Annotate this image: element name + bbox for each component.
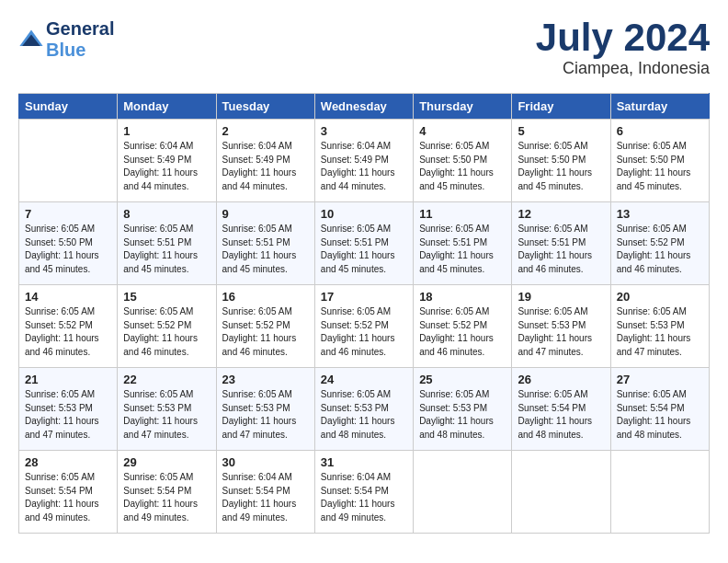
day-info: Sunrise: 6:05 AM Sunset: 5:51 PM Dayligh… (419, 223, 506, 276)
day-info: Sunrise: 6:04 AM Sunset: 5:54 PM Dayligh… (321, 471, 407, 524)
day-info: Sunrise: 6:05 AM Sunset: 5:53 PM Dayligh… (617, 305, 703, 359)
day-number: 21 (25, 373, 111, 386)
day-info: Sunrise: 6:05 AM Sunset: 5:53 PM Dayligh… (321, 388, 407, 442)
day-number: 12 (518, 207, 604, 221)
calendar-cell (414, 451, 512, 534)
day-number: 13 (617, 207, 703, 221)
calendar-week-row: 14Sunrise: 6:05 AM Sunset: 5:52 PM Dayli… (19, 285, 710, 368)
day-info: Sunrise: 6:04 AM Sunset: 5:54 PM Dayligh… (222, 471, 309, 524)
day-number: 11 (419, 207, 506, 221)
calendar-week-row: 7Sunrise: 6:05 AM Sunset: 5:50 PM Daylig… (19, 202, 710, 285)
day-info: Sunrise: 6:05 AM Sunset: 5:50 PM Dayligh… (419, 140, 506, 193)
day-number: 25 (419, 373, 506, 386)
day-info: Sunrise: 6:05 AM Sunset: 5:50 PM Dayligh… (518, 140, 604, 193)
calendar-cell: 6Sunrise: 6:05 AM Sunset: 5:50 PM Daylig… (610, 120, 709, 202)
calendar-cell: 7Sunrise: 6:05 AM Sunset: 5:50 PM Daylig… (19, 202, 118, 285)
day-number: 18 (419, 290, 506, 304)
day-number: 24 (321, 373, 407, 386)
calendar-week-row: 21Sunrise: 6:05 AM Sunset: 5:53 PM Dayli… (19, 368, 710, 451)
day-number: 19 (518, 290, 604, 304)
col-monday: Monday (118, 94, 216, 120)
day-info: Sunrise: 6:05 AM Sunset: 5:53 PM Dayligh… (518, 305, 604, 359)
calendar-cell: 11Sunrise: 6:05 AM Sunset: 5:51 PM Dayli… (414, 202, 512, 285)
calendar-cell: 10Sunrise: 6:05 AM Sunset: 5:51 PM Dayli… (314, 202, 413, 285)
calendar-cell: 21Sunrise: 6:05 AM Sunset: 5:53 PM Dayli… (19, 368, 118, 451)
day-number: 4 (419, 124, 506, 138)
calendar-cell: 12Sunrise: 6:05 AM Sunset: 5:51 PM Dayli… (512, 202, 610, 285)
day-info: Sunrise: 6:05 AM Sunset: 5:54 PM Dayligh… (617, 388, 703, 442)
day-info: Sunrise: 6:05 AM Sunset: 5:52 PM Dayligh… (419, 305, 506, 359)
calendar-cell: 3Sunrise: 6:04 AM Sunset: 5:49 PM Daylig… (314, 120, 413, 202)
day-number: 15 (123, 290, 210, 304)
day-info: Sunrise: 6:05 AM Sunset: 5:53 PM Dayligh… (222, 388, 309, 442)
day-info: Sunrise: 6:04 AM Sunset: 5:49 PM Dayligh… (222, 140, 309, 193)
calendar-cell: 16Sunrise: 6:05 AM Sunset: 5:52 PM Dayli… (216, 285, 314, 368)
col-friday: Friday (512, 94, 610, 120)
day-info: Sunrise: 6:05 AM Sunset: 5:52 PM Dayligh… (123, 305, 210, 359)
logo-icon (18, 27, 44, 52)
calendar-cell: 5Sunrise: 6:05 AM Sunset: 5:50 PM Daylig… (512, 120, 610, 202)
day-info: Sunrise: 6:04 AM Sunset: 5:49 PM Dayligh… (321, 140, 407, 193)
day-info: Sunrise: 6:05 AM Sunset: 5:51 PM Dayligh… (321, 223, 407, 276)
day-info: Sunrise: 6:05 AM Sunset: 5:52 PM Dayligh… (617, 223, 703, 276)
logo-text-blue: Blue (46, 40, 114, 61)
title-block: July 2024 Ciampea, Indonesia (536, 18, 710, 78)
day-number: 10 (321, 207, 407, 221)
calendar-cell: 24Sunrise: 6:05 AM Sunset: 5:53 PM Dayli… (314, 368, 413, 451)
calendar-cell (19, 120, 118, 202)
day-number: 23 (222, 373, 309, 386)
calendar-cell: 31Sunrise: 6:04 AM Sunset: 5:54 PM Dayli… (314, 451, 413, 534)
calendar-cell: 9Sunrise: 6:05 AM Sunset: 5:51 PM Daylig… (216, 202, 314, 285)
day-info: Sunrise: 6:04 AM Sunset: 5:49 PM Dayligh… (123, 140, 210, 193)
col-wednesday: Wednesday (314, 94, 413, 120)
day-info: Sunrise: 6:05 AM Sunset: 5:51 PM Dayligh… (518, 223, 604, 276)
calendar-cell: 18Sunrise: 6:05 AM Sunset: 5:52 PM Dayli… (414, 285, 512, 368)
calendar-cell: 27Sunrise: 6:05 AM Sunset: 5:54 PM Dayli… (610, 368, 709, 451)
calendar-cell: 15Sunrise: 6:05 AM Sunset: 5:52 PM Dayli… (118, 285, 216, 368)
calendar-cell: 22Sunrise: 6:05 AM Sunset: 5:53 PM Dayli… (118, 368, 216, 451)
logo-text-general: General (46, 18, 114, 40)
calendar-cell: 29Sunrise: 6:05 AM Sunset: 5:54 PM Dayli… (118, 451, 216, 534)
day-number: 5 (518, 124, 604, 138)
logo: General Blue (18, 18, 114, 61)
day-info: Sunrise: 6:05 AM Sunset: 5:54 PM Dayligh… (123, 471, 210, 524)
calendar-header-row: Sunday Monday Tuesday Wednesday Thursday… (19, 94, 710, 120)
calendar-cell: 19Sunrise: 6:05 AM Sunset: 5:53 PM Dayli… (512, 285, 610, 368)
day-number: 9 (222, 207, 309, 221)
day-number: 3 (321, 124, 407, 138)
day-number: 29 (123, 455, 210, 469)
day-number: 1 (123, 124, 210, 138)
day-info: Sunrise: 6:05 AM Sunset: 5:53 PM Dayligh… (123, 388, 210, 442)
col-thursday: Thursday (414, 94, 512, 120)
col-tuesday: Tuesday (216, 94, 314, 120)
col-sunday: Sunday (19, 94, 118, 120)
day-info: Sunrise: 6:05 AM Sunset: 5:52 PM Dayligh… (25, 305, 111, 359)
day-number: 16 (222, 290, 309, 304)
day-info: Sunrise: 6:05 AM Sunset: 5:50 PM Dayligh… (617, 140, 703, 193)
day-number: 6 (617, 124, 703, 138)
calendar-cell: 26Sunrise: 6:05 AM Sunset: 5:54 PM Dayli… (512, 368, 610, 451)
day-number: 27 (617, 373, 703, 386)
day-number: 2 (222, 124, 309, 138)
month-title: July 2024 (536, 18, 710, 57)
day-number: 17 (321, 290, 407, 304)
day-info: Sunrise: 6:05 AM Sunset: 5:53 PM Dayligh… (25, 388, 111, 442)
calendar-table: Sunday Monday Tuesday Wednesday Thursday… (18, 93, 710, 534)
calendar-cell: 28Sunrise: 6:05 AM Sunset: 5:54 PM Dayli… (19, 451, 118, 534)
calendar-week-row: 1Sunrise: 6:04 AM Sunset: 5:49 PM Daylig… (19, 120, 710, 202)
day-number: 14 (25, 290, 111, 304)
day-number: 8 (123, 207, 210, 221)
day-number: 28 (25, 455, 111, 469)
day-info: Sunrise: 6:05 AM Sunset: 5:52 PM Dayligh… (321, 305, 407, 359)
calendar-cell: 17Sunrise: 6:05 AM Sunset: 5:52 PM Dayli… (314, 285, 413, 368)
calendar-cell: 4Sunrise: 6:05 AM Sunset: 5:50 PM Daylig… (414, 120, 512, 202)
day-number: 26 (518, 373, 604, 386)
day-info: Sunrise: 6:05 AM Sunset: 5:53 PM Dayligh… (419, 388, 506, 442)
calendar-cell: 1Sunrise: 6:04 AM Sunset: 5:49 PM Daylig… (118, 120, 216, 202)
calendar-week-row: 28Sunrise: 6:05 AM Sunset: 5:54 PM Dayli… (19, 451, 710, 534)
page-header: General Blue July 2024 Ciampea, Indonesi… (18, 18, 710, 78)
calendar-cell: 25Sunrise: 6:05 AM Sunset: 5:53 PM Dayli… (414, 368, 512, 451)
col-saturday: Saturday (610, 94, 709, 120)
calendar-cell: 2Sunrise: 6:04 AM Sunset: 5:49 PM Daylig… (216, 120, 314, 202)
day-number: 22 (123, 373, 210, 386)
